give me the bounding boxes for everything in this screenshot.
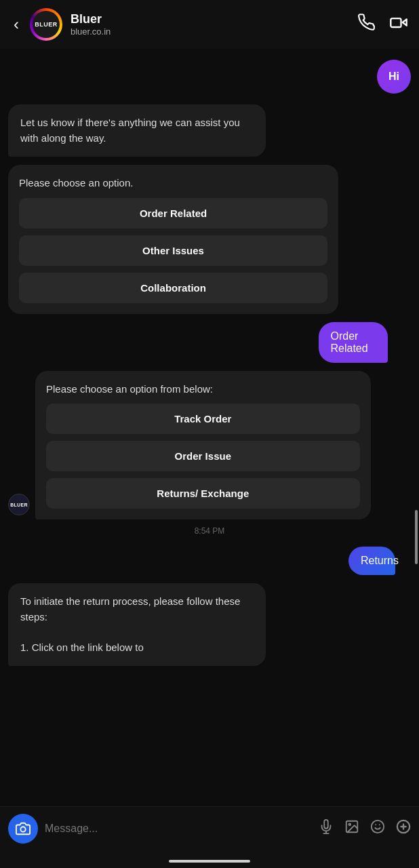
svg-point-5 xyxy=(348,823,351,825)
input-icons xyxy=(319,819,411,838)
timestamp: 8:54 PM xyxy=(8,524,411,538)
brand-avatar-text: BLUER xyxy=(33,11,60,38)
svg-rect-0 xyxy=(391,18,401,27)
svg-point-6 xyxy=(372,821,384,833)
mic-icon[interactable] xyxy=(319,819,334,838)
header-actions xyxy=(358,13,408,36)
camera-button[interactable] xyxy=(8,814,38,844)
welcome-message: Let us know if there's anything we can a… xyxy=(8,104,338,157)
hi-bubble: Hi xyxy=(377,60,411,94)
choose-option-bubble: Please choose an option. Order Related O… xyxy=(8,165,338,314)
chat-area[interactable]: Hi Let us know if there's anything we ca… xyxy=(0,49,419,806)
bot-avatar-row: BLUER xyxy=(8,494,411,515)
home-indicator xyxy=(0,854,419,868)
header: ‹ BLUER Bluer bluer.co.in xyxy=(0,0,419,49)
choose-option-message: Please choose an option. Order Related O… xyxy=(8,165,338,314)
call-icon[interactable] xyxy=(358,14,376,35)
contact-name: Bluer xyxy=(71,12,350,26)
order-related-option[interactable]: Order Related xyxy=(19,198,327,229)
user-order-related: Order Related xyxy=(319,322,388,363)
back-button[interactable]: ‹ xyxy=(11,12,22,37)
message-input[interactable] xyxy=(45,820,312,837)
return-instructions-text: To initiate the return process, please f… xyxy=(8,583,266,666)
return-instructions-message: To initiate the return process, please f… xyxy=(8,583,338,666)
collaboration-option[interactable]: Collaboration xyxy=(19,273,327,303)
chat-wrapper: Hi Let us know if there's anything we ca… xyxy=(0,49,419,806)
image-icon[interactable] xyxy=(344,819,359,838)
input-bar xyxy=(0,806,419,854)
scroll-indicator[interactable] xyxy=(415,510,418,564)
sticker-icon[interactable] xyxy=(370,819,385,838)
video-icon[interactable] xyxy=(389,13,408,36)
plus-icon[interactable] xyxy=(396,819,411,838)
other-issues-option[interactable]: Other Issues xyxy=(19,235,327,266)
brand-avatar: BLUER xyxy=(30,8,62,41)
order-issue-option[interactable]: Order Issue xyxy=(46,441,360,471)
choose-option-2-text: Please choose an option from below: xyxy=(46,382,360,397)
user-returns: Returns xyxy=(348,547,395,575)
choose-option-text: Please choose an option. xyxy=(19,176,327,191)
bot-avatar: BLUER xyxy=(8,494,30,515)
header-info: Bluer bluer.co.in xyxy=(71,12,350,37)
track-order-option[interactable]: Track Order xyxy=(46,403,360,434)
contact-subtitle: bluer.co.in xyxy=(71,26,350,37)
home-bar xyxy=(169,860,250,863)
svg-point-1 xyxy=(20,827,25,831)
welcome-text: Let us know if there's anything we can a… xyxy=(8,104,266,157)
